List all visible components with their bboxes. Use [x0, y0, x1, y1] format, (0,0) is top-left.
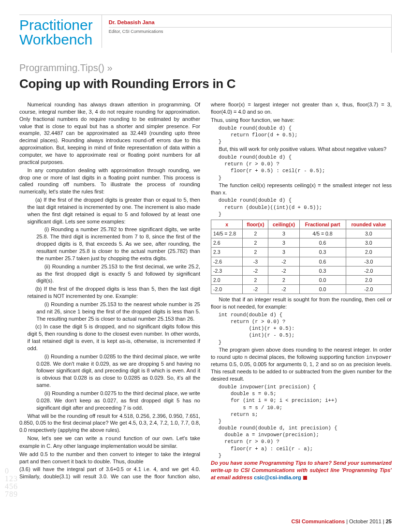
table-cell: -2.3: [211, 266, 243, 275]
table-cell: 4/5 = 0.8: [299, 229, 346, 238]
workbench-line1: Practitioner: [19, 17, 93, 33]
table-cell: 2.0: [346, 275, 391, 284]
table-cell: -3.0: [346, 257, 391, 266]
list-item-i: (i) Rounding a number 25.153 to the near…: [19, 301, 200, 323]
author-role: Editor, CSI Communications: [109, 29, 392, 34]
publication-name: CSI Communications: [292, 518, 345, 524]
table-cell: 2.3: [211, 248, 243, 257]
list-item-a: (a) If the first of the dropped digits i…: [19, 196, 200, 225]
table-cell: 0.3: [299, 248, 346, 257]
table-cell: 14/5 = 2.8: [211, 229, 243, 238]
table-row: -2.3-2-20.3-2.0: [211, 266, 392, 275]
table-cell: 3: [268, 229, 299, 238]
table-header: Fractional part: [299, 220, 346, 229]
table-cell: 0.6: [299, 257, 346, 266]
table-row: -2.0-2-20.0-2.0: [211, 285, 392, 294]
workbench-title: Practitioner Workbench: [19, 15, 102, 48]
code-block: double round(double d) { return (double)…: [219, 197, 392, 218]
table-cell: 3: [268, 248, 299, 257]
table-cell: 2: [268, 275, 299, 284]
table-cell: 2.0: [346, 248, 391, 257]
table-cell: 2: [243, 275, 268, 284]
para: The program given above does rounding to…: [211, 346, 392, 383]
table-cell: 3: [268, 238, 299, 248]
table-row: -2.6-3-20.6-3.0: [211, 257, 392, 266]
table-cell: 0.3: [299, 266, 346, 275]
issue-date: October 2011: [349, 518, 382, 524]
list-item-i: (i) Rounding a number 25.782 to three si…: [19, 226, 200, 262]
table-cell: 3.0: [346, 229, 391, 238]
table-cell: -2: [268, 266, 299, 275]
list-item-ii: (ii) Rounding a number 25.153 to the fir…: [19, 263, 200, 285]
table-header: x: [211, 220, 243, 229]
para: Note that if an integer result is sought…: [211, 296, 392, 310]
para: The function ceil(x) represents ceiling(…: [211, 182, 392, 196]
table-cell: 2.6: [211, 238, 243, 248]
byline: Dr. Debasish Jana Editor, CSI Communicat…: [102, 15, 392, 34]
table-row: 2.0220.02.0: [211, 275, 392, 284]
article-title: Coping up with Rounding Errors in C: [19, 75, 392, 92]
para: Thus, using floor function, we have:: [211, 117, 392, 124]
rounding-table: xfloor(x)ceiling(x)Fractional partrounde…: [211, 220, 392, 294]
table-cell: -2: [268, 257, 299, 266]
table-cell: 2: [243, 238, 268, 248]
table-header: rounded value: [346, 220, 391, 229]
para: Numerical rounding has always drawn atte…: [19, 101, 200, 166]
para: What will be the rounding off result for…: [19, 413, 200, 434]
watermark-numbers: 0 123 456 789: [5, 467, 18, 498]
table-cell: 2: [243, 229, 268, 238]
table-cell: 0.0: [299, 275, 346, 284]
para: Now, let's see we can write a round func…: [19, 435, 200, 450]
table-row: 2.3230.32.0: [211, 248, 392, 257]
table-row: 14/5 = 2.8234/5 = 0.83.0: [211, 229, 392, 238]
list-item-i: (i) Rounding a number 0.0285 to the thir…: [19, 353, 200, 389]
table-cell: -2.0: [346, 285, 391, 294]
table-cell: 3.0: [346, 238, 391, 248]
author-name: Dr. Debasish Jana: [109, 19, 392, 28]
end-mark-icon: [303, 476, 307, 480]
para: We add 0.5 to the number and then conver…: [19, 451, 200, 465]
para: In any computation dealing with approxim…: [19, 167, 200, 195]
article-body: Numerical rounding has always drawn atte…: [19, 101, 392, 481]
table-header: ceiling(x): [268, 220, 299, 229]
list-item-c: (c) In case the digit 5 is dropped, and …: [19, 323, 200, 352]
header: Practitioner Workbench Dr. Debasish Jana…: [19, 15, 392, 48]
list-item-ii: (ii) Rounding a number 0.0275 to the thi…: [19, 390, 200, 412]
section-label: Programming.Tips() »: [19, 61, 392, 74]
table-cell: -2.0: [346, 266, 391, 275]
table-cell: -2: [268, 285, 299, 294]
table-cell: -3: [243, 257, 268, 266]
table-cell: 2: [243, 248, 268, 257]
page-number: 25: [386, 518, 392, 524]
table-cell: -2: [243, 266, 268, 275]
table-cell: 0.6: [299, 238, 346, 248]
code-block: int round(double d) { return (r > 0.0) ?…: [219, 311, 392, 346]
table-cell: -2.6: [211, 257, 243, 266]
email-link[interactable]: csic@csi-india.org: [254, 474, 301, 480]
list-item-b: (b) If the first of the dropped digits i…: [19, 285, 200, 300]
code-block: double round(double d) { return (r > 0.0…: [219, 154, 392, 181]
table-cell: 0.0: [299, 285, 346, 294]
footer: CSI Communications | October 2011 | 25: [292, 518, 392, 525]
table-header: floor(x): [243, 220, 268, 229]
code-block: double round(double d) { return floor(d …: [219, 125, 392, 146]
table-row: 2.6230.63.0: [211, 238, 392, 248]
table-cell: -2.0: [211, 285, 243, 294]
table-cell: -2: [243, 285, 268, 294]
workbench-line2: Workbench: [19, 31, 92, 47]
code-block: double invpower(int precision) { double …: [219, 384, 392, 459]
table-cell: 2.0: [211, 275, 243, 284]
para: But, this will work for only positive va…: [211, 146, 392, 153]
call-to-action: Do you have some Programming Tips to sha…: [211, 459, 392, 481]
